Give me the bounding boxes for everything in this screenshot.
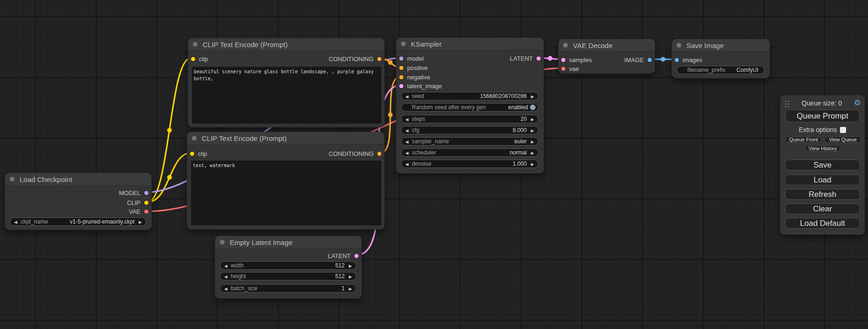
output-slot-latent[interactable]: LATENT — [510, 54, 541, 63]
queue-front-button[interactable]: Queue Front — [785, 136, 822, 143]
node-status-dot[interactable] — [563, 43, 568, 48]
node-header[interactable]: Load Checkpoint — [5, 173, 151, 186]
denoise-widget[interactable]: denoise 1.000 — [401, 160, 538, 168]
queue-menu-panel[interactable]: Queue size: 0 Queue Prompt Extra options… — [780, 95, 865, 235]
decrement-arrow-icon[interactable] — [224, 262, 227, 269]
refresh-button[interactable]: Refresh — [785, 189, 860, 200]
increment-arrow-icon[interactable] — [349, 285, 352, 292]
image-port-dot[interactable] — [675, 58, 679, 62]
output-slot-model[interactable]: MODEL — [119, 189, 148, 197]
node-load-checkpoint[interactable]: Load Checkpoint MODEL CLIP VAE ckpt_name… — [5, 173, 152, 230]
toggle-on-dot[interactable] — [530, 105, 536, 110]
node-status-dot[interactable] — [401, 42, 406, 46]
input-slot-model[interactable]: model — [399, 54, 423, 63]
vae-port-dot[interactable] — [561, 67, 565, 71]
width-widget[interactable]: width 512 — [220, 261, 356, 270]
decrement-arrow-icon[interactable] — [14, 218, 17, 225]
node-header[interactable]: Save Image — [672, 39, 769, 52]
increment-arrow-icon[interactable] — [531, 127, 534, 133]
output-slot-clip[interactable]: CLIP — [127, 198, 148, 207]
latent-port-dot[interactable] — [354, 254, 359, 258]
decrement-arrow-icon[interactable] — [405, 161, 409, 167]
conditioning-port-dot[interactable] — [377, 152, 381, 156]
output-slot-vae[interactable]: VAE — [129, 207, 148, 216]
positive-prompt-textarea[interactable]: beautiful scenery nature glass bottle la… — [192, 67, 381, 124]
random-seed-toggle-widget[interactable]: Random seed after every gen enabled — [401, 103, 538, 112]
decrement-arrow-icon[interactable] — [405, 149, 409, 156]
node-status-dot[interactable] — [220, 240, 225, 245]
node-save-image[interactable]: Save Image images filename_prefix ComfyU… — [671, 39, 770, 78]
batch-size-widget[interactable]: batch_size 1 — [220, 284, 356, 293]
filename-prefix-widget[interactable]: filename_prefix ComfyUI — [677, 66, 764, 74]
output-slot-image[interactable]: IMAGE — [624, 56, 652, 64]
input-slot-clip[interactable]: clip — [190, 149, 207, 158]
view-queue-button[interactable]: View Queue — [824, 136, 861, 143]
node-header[interactable]: Empty Latent Image — [215, 236, 361, 249]
node-header[interactable]: CLIP Text Encode (Prompt) — [188, 38, 384, 51]
latent-port-dot[interactable] — [399, 84, 403, 88]
node-vae-decode[interactable]: VAE Decode samples vae IMAGE — [558, 39, 655, 74]
increment-arrow-icon[interactable] — [531, 149, 534, 156]
increment-arrow-icon[interactable] — [531, 138, 534, 145]
output-slot-latent[interactable]: LATENT — [328, 252, 359, 260]
clip-port-dot[interactable] — [144, 201, 148, 205]
input-slot-latent-image[interactable]: latent_image — [399, 82, 442, 90]
input-slot-clip[interactable]: clip — [191, 55, 208, 63]
node-empty-latent-image[interactable]: Empty Latent Image LATENT width 512 heig… — [215, 236, 362, 299]
input-slot-images[interactable]: images — [675, 56, 702, 64]
decrement-arrow-icon[interactable] — [405, 138, 409, 145]
output-slot-conditioning[interactable]: CONDITIONING — [329, 149, 381, 158]
latent-port-dot[interactable] — [536, 56, 541, 61]
decrement-arrow-icon[interactable] — [224, 285, 227, 292]
node-header[interactable]: CLIP Text Encode (Prompt) — [187, 132, 384, 145]
height-widget[interactable]: height 512 — [220, 272, 356, 280]
conditioning-port-dot[interactable] — [377, 57, 381, 61]
conditioning-port-dot[interactable] — [399, 75, 403, 79]
clip-port-dot[interactable] — [191, 57, 195, 61]
increment-arrow-icon[interactable] — [349, 262, 352, 269]
node-header[interactable]: KSampler — [396, 38, 543, 50]
output-slot-conditioning[interactable]: CONDITIONING — [329, 55, 381, 63]
seed-widget[interactable]: seed 156680208700286 — [401, 92, 538, 100]
node-status-dot[interactable] — [192, 136, 197, 140]
image-port-dot[interactable] — [648, 58, 652, 62]
cfg-widget[interactable]: cfg 8.000 — [401, 126, 538, 134]
load-button[interactable]: Load — [785, 175, 860, 185]
latent-port-dot[interactable] — [561, 58, 565, 62]
model-port-dot[interactable] — [399, 56, 403, 61]
node-status-dot[interactable] — [677, 43, 681, 48]
node-ksampler[interactable]: KSampler model positive negative latent_… — [396, 37, 544, 174]
decrement-arrow-icon[interactable] — [405, 93, 409, 99]
load-default-button[interactable]: Load Default — [785, 218, 860, 229]
ckpt-name-widget[interactable]: ckpt_name v1-5-pruned-emaonly.ckpt — [10, 217, 146, 226]
node-clip-text-encode-negative[interactable]: CLIP Text Encode (Prompt) clip CONDITION… — [187, 132, 385, 230]
clear-button[interactable]: Clear — [785, 203, 860, 214]
clip-port-dot[interactable] — [190, 152, 194, 156]
increment-arrow-icon[interactable] — [531, 116, 534, 122]
node-status-dot[interactable] — [193, 42, 198, 47]
node-clip-text-encode-positive[interactable]: CLIP Text Encode (Prompt) clip CONDITION… — [188, 38, 385, 127]
negative-prompt-textarea[interactable]: text, watermark — [191, 161, 381, 225]
increment-arrow-icon[interactable] — [349, 273, 352, 280]
extra-options-checkbox[interactable] — [840, 127, 846, 133]
input-slot-samples[interactable]: samples — [561, 56, 592, 64]
input-slot-negative[interactable]: negative — [399, 73, 430, 81]
increment-arrow-icon[interactable] — [531, 93, 534, 99]
settings-gear-icon[interactable] — [854, 99, 861, 107]
increment-arrow-icon[interactable] — [139, 218, 142, 225]
decrement-arrow-icon[interactable] — [405, 116, 409, 122]
steps-widget[interactable]: steps 20 — [401, 115, 538, 123]
node-graph-canvas[interactable]: Load Checkpoint MODEL CLIP VAE ckpt_name… — [0, 0, 868, 329]
panel-drag-handle-icon[interactable] — [784, 99, 790, 107]
vae-port-dot[interactable] — [144, 210, 148, 214]
increment-arrow-icon[interactable] — [531, 161, 534, 167]
scheduler-widget[interactable]: scheduler normal — [401, 148, 538, 157]
input-slot-positive[interactable]: positive — [399, 63, 428, 72]
sampler-name-widget[interactable]: sampler_name euler — [401, 137, 538, 146]
decrement-arrow-icon[interactable] — [224, 273, 227, 280]
save-button[interactable]: Save — [785, 160, 860, 170]
view-history-button[interactable]: View History — [805, 145, 840, 152]
node-header[interactable]: VAE Decode — [558, 39, 655, 52]
conditioning-port-dot[interactable] — [399, 66, 403, 70]
decrement-arrow-icon[interactable] — [405, 127, 409, 133]
